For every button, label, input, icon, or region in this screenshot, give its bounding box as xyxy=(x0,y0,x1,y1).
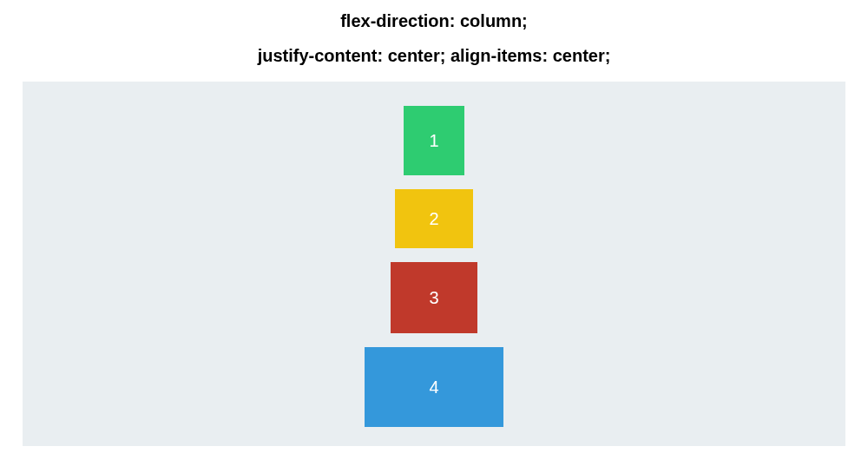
header: flex-direction: column; justify-content:… xyxy=(258,0,611,78)
header-line-1: flex-direction: column; xyxy=(258,9,611,33)
flex-item-2: 2 xyxy=(395,189,473,248)
flex-item-1: 1 xyxy=(404,106,464,175)
flex-container: 1 2 3 4 xyxy=(23,82,845,446)
header-line-2: justify-content: center; align-items: ce… xyxy=(258,43,611,68)
flex-item-4: 4 xyxy=(365,347,503,427)
flex-item-3: 3 xyxy=(391,262,477,333)
